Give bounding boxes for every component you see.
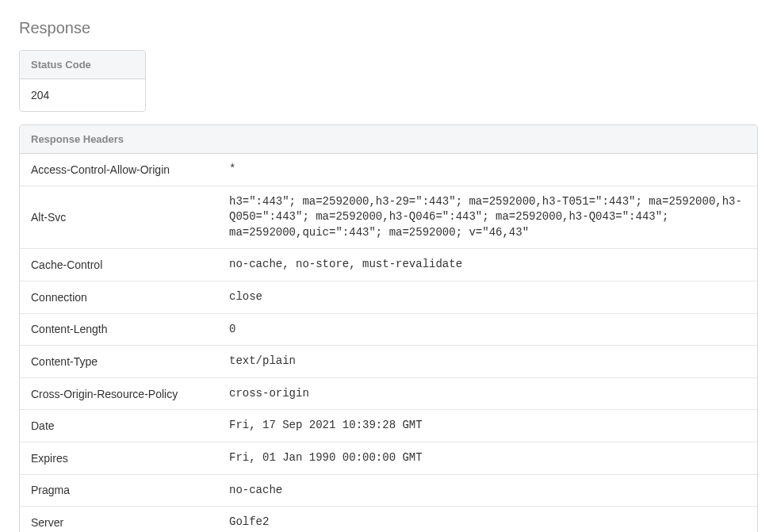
response-headers-label: Response Headers [20,125,757,154]
header-key: Cache-Control [20,249,218,281]
header-key: Server [20,507,218,532]
header-value: no-cache, no-store, must-revalidate [218,249,757,281]
header-key: Alt-Svc [20,186,218,249]
status-code-label: Status Code [20,51,145,79]
header-row: Connectionclose [20,281,757,313]
header-value: Fri, 01 Jan 1990 00:00:00 GMT [218,442,757,474]
header-key: Cross-Origin-Resource-Policy [20,377,218,410]
header-value: h3=":443"; ma=2592000,h3-29=":443"; ma=2… [218,186,757,249]
header-value: text/plain [218,346,757,378]
header-row: Content-Length0 [20,313,757,346]
header-value: Fri, 17 Sep 2021 10:39:28 GMT [218,410,757,442]
header-row: DateFri, 17 Sep 2021 10:39:28 GMT [20,410,757,442]
response-headers-panel: Response Headers Access-Control-Allow-Or… [19,124,758,532]
header-value: no-cache [218,474,757,507]
header-key: Expires [20,442,218,474]
header-row: Cross-Origin-Resource-Policycross-origin [20,377,757,410]
status-code-value: 204 [20,79,145,111]
status-code-panel: Status Code 204 [19,50,146,112]
header-key: Pragma [20,474,218,507]
header-row: Access-Control-Allow-Origin* [20,154,757,186]
header-row: Cache-Controlno-cache, no-store, must-re… [20,249,757,281]
header-value: close [218,281,757,313]
header-value: * [218,154,757,186]
header-value: cross-origin [218,377,757,410]
header-key: Access-Control-Allow-Origin [20,154,218,186]
header-key: Connection [20,281,218,313]
header-row: Pragmano-cache [20,474,757,507]
response-section-title: Response [19,19,758,37]
header-row: ExpiresFri, 01 Jan 1990 00:00:00 GMT [20,442,757,474]
header-row: Alt-Svch3=":443"; ma=2592000,h3-29=":443… [20,186,757,249]
header-row: ServerGolfe2 [20,507,757,532]
header-key: Date [20,410,218,442]
header-key: Content-Length [20,313,218,346]
header-row: Content-Typetext/plain [20,346,757,378]
header-value: Golfe2 [218,507,757,532]
header-key: Content-Type [20,346,218,378]
header-value: 0 [218,313,757,346]
response-headers-table: Access-Control-Allow-Origin*Alt-Svch3=":… [20,154,757,532]
